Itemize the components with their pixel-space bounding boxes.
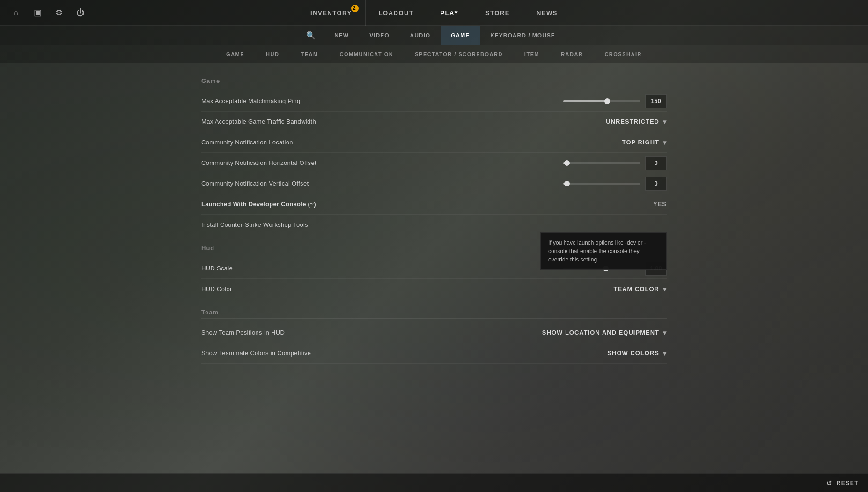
- setting-notification-location-label: Community Notification Location: [201, 139, 293, 146]
- teammate-colors-arrow: ▾: [663, 350, 667, 357]
- sub-tabs-bar: GAME HUD TEAM COMMUNICATION SPECTATOR / …: [0, 45, 868, 63]
- section-team-title: Team: [201, 309, 667, 319]
- max-ping-slider-thumb: [604, 98, 610, 104]
- setting-hud-scale-label: HUD Scale: [201, 265, 233, 272]
- settings-icon[interactable]: ⚙: [52, 6, 66, 19]
- hud-scale-slider[interactable]: [563, 268, 640, 269]
- bandwidth-dropdown[interactable]: UNRESTRICTED ▾: [606, 118, 667, 126]
- notification-horizontal-slider[interactable]: [563, 162, 640, 164]
- max-ping-slider[interactable]: [563, 100, 640, 102]
- search-button[interactable]: 🔍: [302, 26, 319, 45]
- hud-scale-fill: [563, 268, 606, 269]
- setting-workshop-tools-label: Install Counter-Strike Workshop Tools: [201, 221, 308, 228]
- setting-bandwidth-label: Max Acceptable Game Traffic Bandwidth: [201, 118, 316, 125]
- setting-developer-console-control: YES: [653, 201, 667, 208]
- hud-color-arrow: ▾: [663, 285, 667, 293]
- search-icon: 🔍: [306, 31, 316, 40]
- setting-teammate-colors-label: Show Teammate Colors in Competitive: [201, 350, 311, 357]
- setting-notification-location-control: TOP RIGHT ▾: [622, 139, 667, 146]
- developer-console-value: YES: [653, 201, 667, 208]
- tab-game[interactable]: GAME: [441, 26, 480, 45]
- notification-location-arrow: ▾: [663, 139, 667, 146]
- section-game-title: Game: [201, 77, 667, 87]
- setting-notification-horizontal: Community Notification Horizontal Offset…: [201, 153, 667, 173]
- hud-scale-value: 1.00: [645, 261, 667, 276]
- team-positions-arrow: ▾: [663, 329, 667, 336]
- setting-notification-vertical-label: Community Notification Vertical Offset: [201, 180, 309, 187]
- nav-item-inventory[interactable]: INVENTORY 2: [297, 0, 366, 26]
- setting-teammate-colors: Show Teammate Colors in Competitive SHOW…: [201, 343, 667, 364]
- teammate-colors-dropdown[interactable]: SHOW COLORS ▾: [607, 350, 667, 357]
- top-nav-items: INVENTORY 2 LOADOUT PLAY STORE NEWS: [297, 0, 571, 26]
- setting-notification-vertical-control: 0: [563, 177, 667, 191]
- tab-video[interactable]: VIDEO: [359, 26, 399, 45]
- nav-item-news[interactable]: NEWS: [523, 0, 571, 26]
- tab-new[interactable]: NEW: [324, 26, 359, 45]
- main-content: ⌂ ▣ ⚙ ⏻ INVENTORY 2 LOADOUT PLAY STORE N…: [0, 0, 868, 492]
- notification-location-dropdown[interactable]: TOP RIGHT ▾: [622, 139, 667, 146]
- notification-horizontal-value: 0: [645, 156, 667, 170]
- setting-hud-color-label: HUD Color: [201, 285, 232, 292]
- max-ping-value: 150: [645, 94, 667, 108]
- subtab-communication[interactable]: COMMUNICATION: [336, 45, 397, 63]
- nav-item-store[interactable]: STORE: [472, 0, 523, 26]
- hud-scale-thumb: [603, 266, 609, 271]
- subtab-crosshair[interactable]: CROSSHAIR: [601, 45, 646, 63]
- missions-icon[interactable]: ▣: [31, 6, 44, 19]
- nav-item-play[interactable]: PLAY: [427, 0, 472, 26]
- power-icon[interactable]: ⏻: [74, 6, 87, 19]
- settings-area: Game Max Acceptable Matchmaking Ping 150…: [0, 63, 868, 473]
- setting-notification-vertical: Community Notification Vertical Offset 0: [201, 173, 667, 194]
- subtab-radar[interactable]: RADAR: [557, 45, 587, 63]
- setting-hud-color-control: TEAM COLOR ▾: [614, 285, 667, 293]
- notification-vertical-thumb: [564, 181, 570, 186]
- setting-max-ping-label: Max Acceptable Matchmaking Ping: [201, 97, 301, 104]
- settings-tabs-bar: 🔍 NEW VIDEO AUDIO GAME KEYBOARD / MOUSE: [0, 26, 868, 45]
- max-ping-slider-fill: [563, 100, 607, 102]
- setting-workshop-tools: Install Counter-Strike Workshop Tools If…: [201, 215, 667, 235]
- subtab-spectator-scoreboard[interactable]: SPECTATOR / SCOREBOARD: [411, 45, 507, 63]
- team-section: Team Show Team Positions In HUD SHOW LOC…: [201, 309, 667, 364]
- subtab-item[interactable]: ITEM: [521, 45, 543, 63]
- subtab-hud[interactable]: HUD: [262, 45, 283, 63]
- tab-keyboard-mouse[interactable]: KEYBOARD / MOUSE: [480, 26, 566, 45]
- setting-hud-color: HUD Color TEAM COLOR ▾: [201, 279, 667, 299]
- notification-vertical-slider[interactable]: [563, 183, 640, 185]
- subtab-game[interactable]: GAME: [222, 45, 248, 63]
- tab-audio[interactable]: AUDIO: [399, 26, 441, 45]
- setting-hud-scale: HUD Scale 1.00: [201, 258, 667, 279]
- setting-notification-location: Community Notification Location TOP RIGH…: [201, 132, 667, 153]
- section-hud-title: Hud: [201, 245, 667, 254]
- team-positions-dropdown[interactable]: SHOW LOCATION AND EQUIPMENT ▾: [542, 329, 667, 336]
- setting-bandwidth: Max Acceptable Game Traffic Bandwidth UN…: [201, 112, 667, 132]
- setting-teammate-colors-control: SHOW COLORS ▾: [607, 350, 667, 357]
- inventory-badge: 2: [351, 5, 359, 12]
- setting-bandwidth-control: UNRESTRICTED ▾: [606, 118, 667, 126]
- top-navigation: ⌂ ▣ ⚙ ⏻ INVENTORY 2 LOADOUT PLAY STORE N…: [0, 0, 868, 26]
- setting-team-positions-label: Show Team Positions In HUD: [201, 329, 285, 336]
- setting-developer-console: Launched With Developer Console (~) YES: [201, 194, 667, 215]
- setting-notification-horizontal-label: Community Notification Horizontal Offset: [201, 159, 316, 166]
- notification-horizontal-thumb: [564, 160, 570, 166]
- bandwidth-dropdown-arrow: ▾: [663, 118, 667, 126]
- hud-section: Hud HUD Scale 1.00 HUD Color TEAM COLOR: [201, 245, 667, 299]
- setting-max-ping-control: 150: [563, 94, 667, 108]
- reset-icon: ↺: [826, 479, 833, 487]
- setting-notification-horizontal-control: 0: [563, 156, 667, 170]
- home-icon[interactable]: ⌂: [9, 6, 22, 19]
- bottom-bar: ↺ RESET: [0, 473, 868, 492]
- setting-hud-scale-control: 1.00: [563, 261, 667, 276]
- reset-button[interactable]: ↺ RESET: [826, 479, 859, 487]
- subtab-team[interactable]: TEAM: [297, 45, 322, 63]
- setting-developer-console-label: Launched With Developer Console (~): [201, 201, 316, 208]
- nav-icons-left: ⌂ ▣ ⚙ ⏻: [9, 6, 87, 19]
- setting-max-ping: Max Acceptable Matchmaking Ping 150: [201, 91, 667, 112]
- setting-team-positions: Show Team Positions In HUD SHOW LOCATION…: [201, 322, 667, 343]
- reset-label: RESET: [836, 480, 859, 486]
- setting-team-positions-control: SHOW LOCATION AND EQUIPMENT ▾: [542, 329, 667, 336]
- notification-vertical-value: 0: [645, 177, 667, 191]
- hud-color-dropdown[interactable]: TEAM COLOR ▾: [614, 285, 667, 293]
- nav-item-loadout[interactable]: LOADOUT: [366, 0, 427, 26]
